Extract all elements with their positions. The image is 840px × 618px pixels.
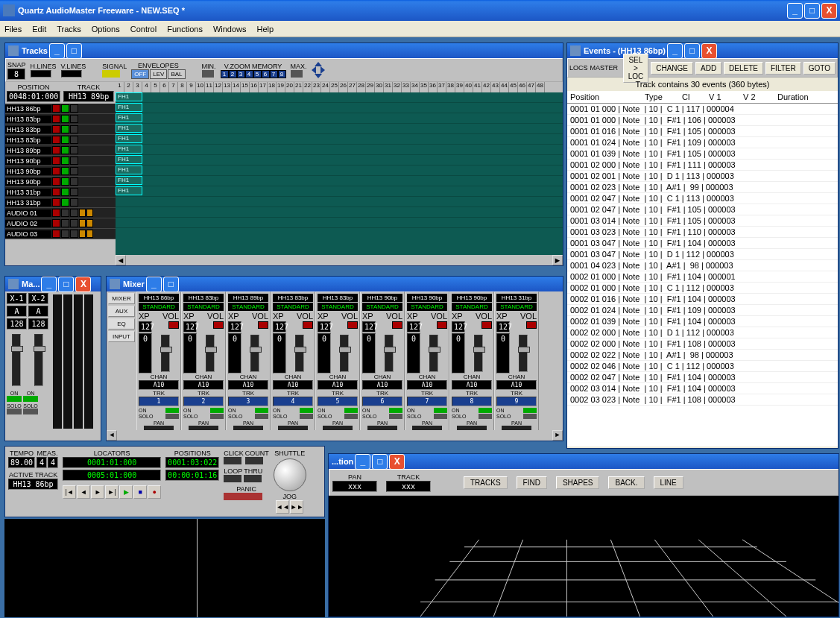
track-opt-button[interactable] (70, 125, 78, 133)
trk-value[interactable]: 2 (183, 397, 224, 406)
vel-value[interactable]: 0 (318, 333, 331, 373)
vis-track-value[interactable]: xxx (386, 481, 431, 492)
events-minimize-button[interactable]: _ (667, 43, 683, 59)
timeline-row[interactable]: FH1 (116, 186, 563, 197)
events-col-header[interactable]: Duration (777, 92, 830, 101)
ruler-tick[interactable]: 41 (473, 82, 482, 92)
master-solo-2[interactable] (23, 409, 38, 414)
ruler-tick[interactable]: 15 (241, 82, 250, 92)
strip-solo-button[interactable] (255, 414, 268, 419)
timeline-row[interactable]: FH1 (116, 134, 563, 145)
events-row[interactable]: 0001 02 047 | Note | 10 | C 1 | 113 | 00… (567, 193, 838, 204)
ruler-tick[interactable]: 35 (420, 82, 429, 92)
ruler-tick[interactable]: 12 (214, 82, 223, 92)
strip-on-button[interactable] (479, 408, 492, 413)
menu-help[interactable]: Help (257, 25, 274, 34)
solo-button[interactable] (61, 157, 69, 165)
lr-l-button[interactable] (79, 230, 86, 238)
tracks-button[interactable]: TRACKS (464, 476, 508, 489)
xp-value[interactable]: 127 (273, 321, 286, 332)
solo-button[interactable] (61, 188, 69, 196)
clip[interactable]: FH1 (116, 134, 142, 143)
transport-fwd-icon[interactable]: ► (91, 485, 104, 499)
events-col-header[interactable]: V 2 (743, 92, 777, 101)
master-a2[interactable]: A (28, 306, 48, 317)
vel-value[interactable]: 0 (407, 333, 420, 373)
clip[interactable]: FH1 (116, 103, 142, 112)
strip-fader[interactable] (385, 335, 394, 372)
menu-options[interactable]: Options (92, 25, 120, 34)
track-row[interactable]: HH13 31bp (5, 187, 116, 198)
delete-button[interactable]: DELETE (724, 62, 763, 75)
env-bal-button[interactable]: BAL (168, 69, 185, 79)
events-close-button[interactable]: X (701, 43, 717, 59)
timeline-row[interactable]: FH1 (116, 124, 563, 134)
ruler-tick[interactable]: 13 (223, 82, 232, 92)
track-opt-button[interactable] (70, 198, 78, 206)
ruler-tick[interactable]: 4 (142, 82, 151, 92)
ruler-tick[interactable]: 8 (178, 82, 187, 92)
timeline-row[interactable]: FH1 (116, 92, 563, 103)
events-row[interactable]: 0001 02 001 | Note | 10 | D 1 | 113 | 00… (567, 171, 838, 182)
vlines-toggle[interactable] (61, 70, 82, 78)
strip-solo-button[interactable] (434, 414, 447, 419)
ruler-tick[interactable]: 22 (303, 82, 312, 92)
events-row[interactable]: 0001 02 047 | Note | 10 | F#1 | 105 | 00… (567, 204, 838, 215)
max-button[interactable] (291, 70, 303, 78)
strip-solo-button[interactable] (389, 414, 402, 419)
add-button[interactable]: ADD (695, 62, 721, 75)
track-row[interactable]: HH13 90bp (5, 177, 116, 187)
events-row[interactable]: 0002 02 046 | Note | 10 | C 1 | 112 | 00… (567, 361, 838, 372)
ruler-tick[interactable]: 2 (124, 82, 133, 92)
track-row[interactable]: HH13 31bp (5, 198, 116, 208)
chan-value[interactable]: A10 (183, 380, 224, 390)
track-row[interactable]: AUDIO 03 (5, 229, 116, 239)
chan-value[interactable]: A10 (139, 380, 179, 390)
timeline[interactable]: 1234567891011121314151617181920212223242… (116, 82, 563, 265)
ruler-tick[interactable]: 39 (455, 82, 464, 92)
position-1[interactable]: 0001:03:022 (165, 457, 219, 468)
events-row[interactable]: 0001 01 000 | Note | 10 | C 1 | 117 | 00… (567, 104, 838, 115)
ruler-tick[interactable]: 40 (464, 82, 473, 92)
transport-end-icon[interactable]: ►| (105, 485, 119, 499)
lr-l-button[interactable] (79, 209, 86, 217)
mute-button[interactable] (52, 167, 60, 175)
events-titlebar[interactable]: Events - (HH13 86bp) _ □ X (567, 43, 838, 58)
vzoom-slot[interactable]: 7 (270, 70, 278, 78)
trk-value[interactable]: 8 (452, 397, 492, 406)
shapes-button[interactable]: SHAPES (556, 476, 600, 489)
vel-value[interactable]: 0 (183, 333, 197, 373)
menu-files[interactable]: Files (4, 25, 22, 34)
master-x1[interactable]: X-1 (7, 293, 27, 304)
strip-fader[interactable] (295, 335, 304, 372)
master-fader-2[interactable] (34, 334, 43, 386)
mute-button[interactable] (52, 188, 60, 196)
mixer-titlebar[interactable]: Mixer _ □ (107, 277, 563, 291)
vel-value[interactable]: 0 (228, 333, 241, 373)
master-v1[interactable]: 128 (7, 318, 27, 330)
transport-stop-icon[interactable]: ■ (133, 485, 147, 499)
track-opt-button[interactable] (70, 188, 78, 196)
clip[interactable]: FH1 (116, 176, 142, 185)
events-maximize-button[interactable]: □ (684, 43, 700, 59)
xp-value[interactable]: 127 (407, 321, 420, 332)
events-row[interactable]: 0001 02 000 | Note | 10 | F#1 | 111 | 00… (567, 160, 838, 171)
chan-value[interactable]: A10 (273, 380, 313, 390)
events-row[interactable]: 0002 01 000 | Note | 10 | F#1 | 104 | 00… (567, 271, 838, 283)
mute-button[interactable] (52, 177, 60, 186)
track-row[interactable]: HH13 90bp (5, 156, 116, 166)
master-on-1[interactable] (7, 396, 22, 402)
events-row[interactable]: 0001 04 023 | Note | 10 | A#1 | 98 | 000… (567, 260, 838, 271)
strip-on-button[interactable] (210, 408, 224, 413)
track-row[interactable]: HH13 86bp (5, 104, 116, 114)
master-maximize-button[interactable]: □ (58, 277, 74, 292)
ruler-tick[interactable]: 24 (321, 82, 330, 92)
strip-standard[interactable]: STANDARD (407, 303, 447, 311)
strip-standard[interactable]: STANDARD (318, 303, 358, 311)
solo-button[interactable] (61, 198, 69, 206)
mute-button[interactable] (52, 146, 60, 154)
tracks-minimize-button[interactable]: _ (49, 43, 65, 59)
vel-value[interactable]: 0 (496, 333, 510, 373)
track-opt-button[interactable] (70, 167, 78, 175)
events-col-header[interactable]: Position (570, 92, 645, 101)
